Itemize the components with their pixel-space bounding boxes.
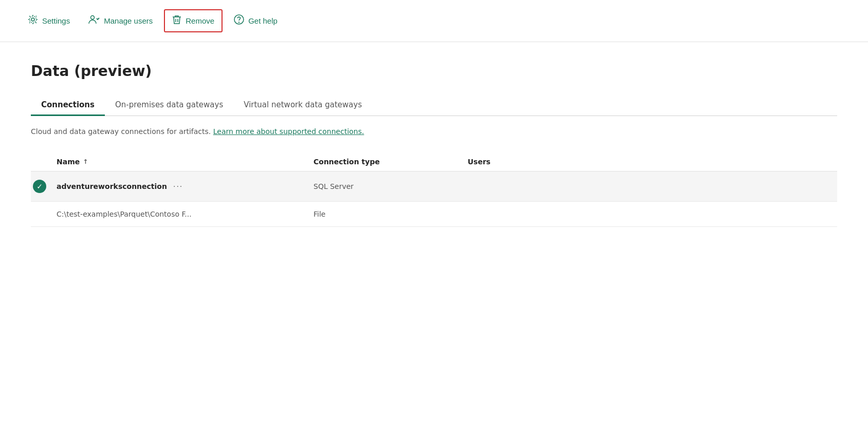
settings-button[interactable]: Settings (21, 10, 77, 31)
svg-point-4 (239, 22, 239, 23)
get-help-button[interactable]: Get help (227, 10, 285, 31)
settings-label: Settings (42, 16, 70, 25)
table-header-checkbox-col (31, 158, 57, 166)
sort-arrow-icon: ↑ (83, 158, 88, 165)
connection-name: adventureworksconnection ··· (57, 182, 313, 190)
manage-users-label: Manage users (104, 16, 153, 25)
connection-type-value-2: File (313, 210, 468, 218)
table-row: ✓ adventureworksconnection ··· SQL Serve… (31, 171, 837, 202)
table-header-users[interactable]: Users (468, 158, 570, 166)
get-help-label: Get help (248, 16, 278, 25)
tab-connections[interactable]: Connections (31, 95, 105, 116)
row-menu-button[interactable]: ··· (173, 182, 183, 190)
remove-label: Remove (186, 16, 214, 25)
table-row: C:\test-examples\Parquet\Contoso F... Fi… (31, 202, 837, 227)
svg-point-1 (30, 16, 36, 23)
check-circle-icon: ✓ (33, 180, 46, 193)
description: Cloud and data gateway connections for a… (31, 126, 837, 137)
manage-users-icon (88, 14, 100, 27)
table-header-name[interactable]: Name ↑ (57, 158, 313, 166)
learn-more-link[interactable]: Learn more about supported connections. (213, 127, 364, 136)
remove-button[interactable]: Remove (164, 9, 223, 32)
tabs: Connections On-premises data gateways Vi… (31, 95, 837, 116)
svg-point-2 (91, 16, 95, 20)
toolbar: Settings Manage users Remove (0, 0, 868, 42)
page-title: Data (preview) (31, 63, 837, 80)
table-header: Name ↑ Connection type Users (31, 152, 837, 171)
get-help-icon (234, 14, 244, 27)
main-content: Data (preview) Connections On-premises d… (0, 42, 868, 247)
connection-name-plain: C:\test-examples\Parquet\Contoso F... (57, 210, 313, 218)
row-check-icon: ✓ (31, 180, 57, 193)
svg-point-0 (31, 18, 34, 21)
settings-icon (28, 14, 38, 27)
connections-table: Name ↑ Connection type Users ✓ adventure… (31, 152, 837, 227)
connection-type-value: SQL Server (313, 182, 468, 190)
description-text: Cloud and data gateway connections for a… (31, 127, 213, 136)
tab-on-premises[interactable]: On-premises data gateways (105, 95, 233, 116)
tab-virtual-network[interactable]: Virtual network data gateways (233, 95, 372, 116)
remove-icon (172, 14, 181, 27)
table-header-connection-type[interactable]: Connection type (313, 158, 468, 166)
manage-users-button[interactable]: Manage users (81, 10, 160, 31)
